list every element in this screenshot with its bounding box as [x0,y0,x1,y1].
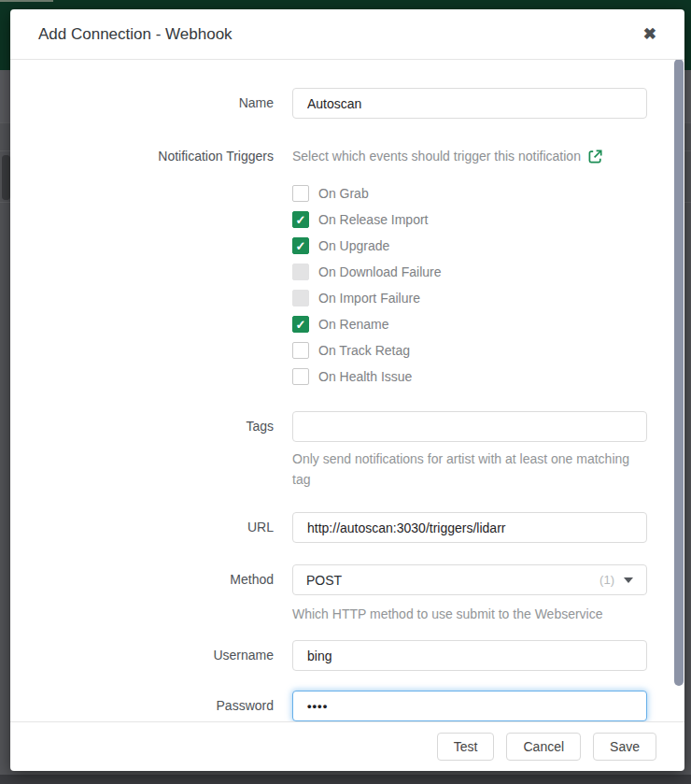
chevron-down-icon [624,577,633,583]
triggers-label: Notification Triggers [10,147,274,166]
trigger-row-on-release-import[interactable]: ✓ On Release Import [292,207,647,233]
url-label: URL [10,512,274,543]
tags-input[interactable] [292,411,647,442]
username-row: Username [10,640,647,671]
password-row: Password [10,691,647,721]
triggers-row: Notification Triggers Select which event… [10,147,647,390]
checkbox[interactable]: ✓ [292,211,309,228]
modal-title: Add Connection - Webhook [38,25,233,44]
checkbox: ✓ [292,264,309,280]
tags-help: Only send notifications for artist with … [292,449,647,490]
method-help: Which HTTP method to use submit to the W… [292,604,647,624]
password-field[interactable] [292,691,647,721]
page-bottom-strip [0,775,691,784]
username-field[interactable] [292,640,647,671]
trigger-checkbox-list: ✓ On Grab ✓ On Release Import ✓ On Upgra… [292,180,647,390]
check-icon: ✓ [296,240,306,252]
check-icon: ✓ [296,214,306,226]
checkbox: ✓ [292,290,309,306]
url-input[interactable] [292,512,647,543]
modal-header: Add Connection - Webhook ✖ [10,9,684,60]
method-label: Method [10,564,274,595]
modal-scrollbar-thumb[interactable] [674,60,684,686]
add-connection-webhook-modal: Add Connection - Webhook ✖ Name Notifica… [10,9,684,771]
checkbox[interactable]: ✓ [292,368,309,385]
trigger-row-on-upgrade[interactable]: ✓ On Upgrade [292,233,647,259]
tags-row: Tags Only send notifications for artist … [10,411,647,490]
modal-body: Name Notification Triggers Select which … [10,60,684,721]
close-icon[interactable]: ✖ [643,26,656,42]
url-row: URL [10,512,647,543]
trigger-row-on-track-retag[interactable]: ✓ On Track Retag [292,337,647,363]
name-label: Name [10,88,274,119]
checkbox[interactable]: ✓ [292,342,309,359]
trigger-row-on-grab[interactable]: ✓ On Grab [292,180,647,207]
trigger-row-on-download-failure: ✓ On Download Failure [292,259,647,285]
tags-label: Tags [10,411,274,442]
username-label: Username [10,640,274,671]
name-row: Name [10,88,647,119]
checkbox[interactable]: ✓ [292,185,309,202]
checkbox[interactable]: ✓ [292,316,309,333]
page-scrollbar-thumb [2,155,10,200]
method-selected-value: POST [306,573,342,588]
check-icon: ✓ [296,319,306,331]
save-button[interactable]: Save [593,733,656,761]
method-select[interactable]: POST (1) [292,564,647,595]
triggers-help: Select which events should trigger this … [292,147,647,166]
checkbox[interactable]: ✓ [292,237,309,254]
method-row: Method POST (1) Which HTTP method to use… [10,564,647,624]
external-link-icon[interactable] [588,150,602,164]
name-input[interactable] [292,88,647,119]
page-loading-bar [0,0,53,2]
modal-footer: Test Cancel Save [10,721,684,771]
cancel-button[interactable]: Cancel [506,733,581,761]
test-button[interactable]: Test [437,733,495,761]
password-label: Password [10,691,274,721]
trigger-row-on-health-issue[interactable]: ✓ On Health Issue [292,363,647,390]
trigger-row-on-rename[interactable]: ✓ On Rename [292,311,647,337]
trigger-row-on-import-failure: ✓ On Import Failure [292,285,647,311]
method-count-badge: (1) [599,573,614,587]
